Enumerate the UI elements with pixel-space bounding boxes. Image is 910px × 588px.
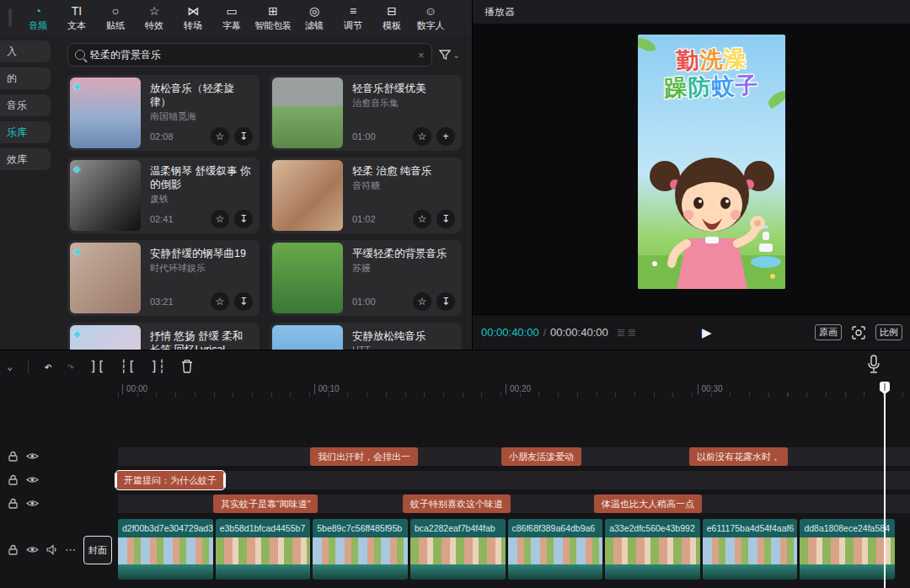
preview-stage[interactable]: 勤洗澡 躁防蚊子 (473, 24, 910, 314)
subtitle-chip[interactable]: 蚊子特别喜欢这个味道 (403, 494, 511, 513)
video-clip[interactable]: e611175ba4d54f4aaf6 (703, 519, 798, 580)
video-clip[interactable]: dd8a1808ece24fa584 (800, 519, 895, 580)
clear-search-icon[interactable]: × (418, 49, 425, 61)
clip-audio-strip (118, 564, 213, 580)
download-add-button[interactable]: ↧ (234, 292, 253, 311)
play-button[interactable]: ▶ (702, 325, 712, 340)
top-tab[interactable]: ☺ 数字人 (411, 0, 450, 35)
search-box[interactable]: × (67, 43, 432, 67)
top-tab[interactable]: ○ 贴纸 (96, 0, 135, 35)
top-tab[interactable]: ▭ 字幕 (212, 0, 251, 35)
music-card[interactable]: ◆ 抒情 悠扬 舒缓 柔和 长笛 回忆Lyrical melodious ☆ ↧ (67, 323, 260, 350)
video-track: d2f00b3d7e304729ad3 e3b58d1bfcad4455b7 5… (118, 519, 895, 580)
frame-list-icon[interactable]: ≣≣ (617, 326, 639, 339)
record-microphone-icon[interactable] (866, 355, 881, 375)
video-clip[interactable]: d2f00b3d7e304729ad3 (118, 519, 213, 580)
music-artist: 治愈音乐集 (352, 97, 455, 110)
aspect-ratio-button[interactable]: 比例 (875, 324, 902, 340)
lock-icon[interactable] (7, 543, 19, 556)
filter-icon: ◎ (309, 4, 319, 18)
video-clip[interactable]: bca2282eaf7b4f4fab (410, 519, 506, 580)
split-icon[interactable]: ][ (89, 359, 104, 374)
redo-icon[interactable]: ↷ (67, 359, 74, 374)
top-tab[interactable]: ◎ 滤镜 (295, 0, 334, 35)
sidebar-item[interactable]: 的 ⌄ (0, 67, 51, 89)
music-card[interactable]: ◆ 安静舒缓的钢琴曲19 时代环球娱乐 03:21 ☆ ↧ (67, 240, 260, 316)
text-track-header (0, 473, 118, 486)
favorite-star-button[interactable]: ☆ (413, 127, 431, 146)
playhead[interactable] (884, 382, 886, 588)
sidebar-item[interactable]: 效库 ⌄ (0, 148, 51, 170)
subtitle-chip[interactable]: 我们出汗时，会排出一 (310, 447, 418, 466)
favorite-star-button[interactable]: ☆ (211, 210, 229, 228)
split-keep-right-icon[interactable]: ┆[ (120, 359, 135, 374)
filter-button[interactable]: ⌄ (439, 50, 463, 60)
top-tab[interactable]: TI 文本 (57, 0, 96, 35)
lock-icon[interactable] (7, 473, 19, 486)
subtitle-chip[interactable]: 开篇提问：为什么蚊子 (116, 471, 224, 489)
cover-button[interactable]: 封面 (83, 536, 112, 564)
search-input[interactable] (90, 49, 413, 61)
lock-icon[interactable] (7, 497, 19, 510)
video-clip[interactable]: a33e2dfc560e43b992 (605, 519, 700, 580)
top-tab[interactable]: ☆ 特效 (135, 0, 174, 35)
music-card[interactable]: ◆ 温柔钢琴 舒缓叙事 你的倒影 废铁 02:41 ☆ ↧ (67, 158, 260, 233)
sidebar-item[interactable]: 乐库 ⌄ (0, 121, 51, 143)
music-card[interactable]: 安静放松纯音乐 HTT ☆ ↧ (270, 323, 462, 350)
audio-icon: ◔ (35, 4, 41, 18)
eye-icon[interactable] (26, 543, 39, 556)
download-add-button[interactable]: ↧ (234, 127, 253, 146)
vip-diamond-icon: ◆ (73, 246, 80, 257)
download-add-button[interactable]: + (436, 127, 455, 146)
top-tab[interactable]: ⊞ 智能包装 (251, 0, 295, 35)
favorite-star-button[interactable]: ☆ (211, 127, 229, 146)
mute-speaker-icon[interactable] (46, 543, 58, 556)
fullscreen-focus-icon[interactable] (852, 326, 865, 339)
collapse-chevron-icon[interactable]: ⌄ (7, 361, 13, 372)
download-add-button[interactable]: ↧ (436, 210, 455, 228)
music-card[interactable]: 轻柔 治愈 纯音乐 音符糖 01:02 ☆ ↧ (270, 158, 462, 233)
undo-icon[interactable]: ↶ (44, 359, 51, 374)
text-track-lane: 我们出汗时，会排出一小朋友活泼爱动以前没有花露水时， (118, 447, 910, 466)
split-keep-left-icon[interactable]: ]┆ (150, 359, 165, 374)
eye-icon[interactable] (26, 473, 39, 486)
music-card[interactable]: ◆ 放松音乐（轻柔旋律） 南国猫觅海 02:08 ☆ ↧ (67, 75, 260, 151)
favorite-star-button[interactable]: ☆ (413, 210, 431, 228)
music-title: 抒情 悠扬 舒缓 柔和 长笛 回忆Lyrical melodious (150, 329, 253, 350)
video-clip[interactable]: c86f68f389a64db9a6 (508, 519, 603, 580)
delete-trash-icon[interactable] (180, 359, 194, 373)
favorite-star-button[interactable]: ☆ (413, 292, 431, 311)
video-clip[interactable]: e3b58d1bfcad4455b7 (216, 519, 311, 580)
subtitle-chip[interactable]: 其实蚊子是靠“闻味道” (213, 494, 318, 513)
original-quality-button[interactable]: 原画 (815, 324, 842, 340)
top-tab[interactable]: ⊟ 模板 (372, 0, 411, 35)
top-tab-label: 转场 (184, 19, 202, 31)
music-card[interactable]: 平缓轻柔的背景音乐 苏嫚 01:00 ☆ ↧ (270, 240, 462, 316)
subtitle-chip[interactable]: 以前没有花露水时， (689, 447, 788, 466)
video-clip[interactable]: 5be89c7c56ff485f95b (313, 519, 408, 580)
download-add-button[interactable]: ↧ (234, 210, 253, 228)
eye-icon[interactable] (26, 450, 39, 462)
favorite-star-button[interactable]: ☆ (211, 292, 229, 311)
eye-icon[interactable] (26, 497, 39, 510)
lock-icon[interactable] (7, 450, 19, 462)
top-tab[interactable]: ⋈ 转场 (174, 0, 212, 35)
vip-diamond-icon: ◆ (73, 329, 80, 339)
sidebar-item[interactable]: 入 ⌄ (0, 40, 51, 62)
clip-audio-strip (410, 564, 506, 580)
music-card[interactable]: 轻音乐舒缓优美 治愈音乐集 01:00 ☆ + (270, 75, 462, 151)
music-thumbnail (272, 243, 343, 313)
timeline-ruler[interactable]: 00:0000:1000:2000:30 (118, 382, 910, 400)
timeline-section: ⌄ ↶ ↷ ][ ┆[ ]┆ 00:0000:1000:2000:30 ⋯ 封面 (0, 350, 910, 588)
more-options-icon[interactable]: ⋯ (65, 543, 77, 556)
download-add-button[interactable]: ↧ (436, 292, 455, 311)
top-tab[interactable]: ◔ 音频 (19, 0, 57, 35)
text-track-header (0, 497, 118, 510)
top-tab[interactable]: ≡ 调节 (334, 0, 372, 35)
music-duration: 01:00 (352, 131, 376, 142)
sidebar-item[interactable]: 音乐 ⌄ (0, 94, 51, 116)
text-track-lane: 开篇提问：为什么蚊子 (118, 471, 910, 489)
subtitle-chip[interactable]: 小朋友活泼爱动 (501, 447, 581, 466)
vip-diamond-icon: ◆ (73, 163, 80, 174)
subtitle-chip[interactable]: 体温也比大人稍高一点 (594, 494, 702, 513)
